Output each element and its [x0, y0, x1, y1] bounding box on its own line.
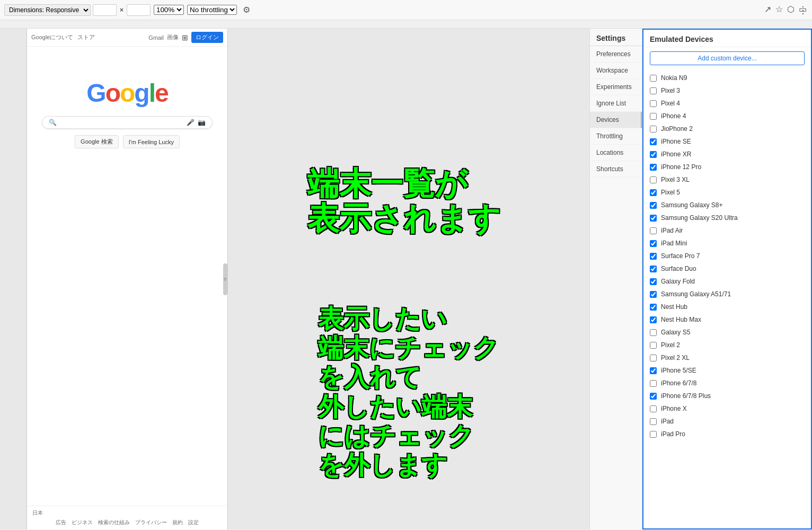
device-label[interactable]: Samsung Galaxy A51/71 — [661, 290, 731, 298]
device-checkbox[interactable] — [650, 431, 657, 438]
device-label[interactable]: Pixel 5 — [661, 189, 680, 196]
device-label[interactable]: iPhone 6/7/8 — [661, 379, 696, 387]
device-label[interactable]: Pixel 3 — [661, 87, 680, 94]
device-checkbox[interactable] — [650, 87, 657, 94]
footer-settings[interactable]: 設定 — [188, 519, 199, 526]
device-label[interactable]: Pixel 2 — [661, 341, 680, 349]
voice-icon[interactable]: 🎤 — [187, 119, 195, 126]
device-checkbox[interactable] — [650, 100, 657, 107]
device-checkbox[interactable] — [650, 316, 657, 323]
device-label[interactable]: Pixel 4 — [661, 100, 680, 107]
device-label[interactable]: iPhone X — [661, 405, 687, 412]
settings-experiments[interactable]: Experiments — [590, 79, 642, 95]
device-checkbox[interactable] — [650, 227, 657, 234]
dimensions-select[interactable]: Dimensions: Responsive — [4, 4, 91, 16]
footer-search[interactable]: 検索の仕組み — [98, 519, 130, 526]
footer-ads[interactable]: 広告 — [56, 519, 66, 526]
device-label[interactable]: Galaxy Fold — [661, 278, 695, 285]
device-checkbox[interactable] — [650, 266, 657, 272]
device-label[interactable]: Samsung Galaxy S8+ — [661, 201, 722, 209]
device-label[interactable]: JioPhone 2 — [661, 125, 693, 132]
footer-business[interactable]: ビジネス — [72, 519, 93, 526]
device-checkbox[interactable] — [650, 189, 657, 196]
device-checkbox[interactable] — [650, 75, 657, 82]
resize-handle[interactable]: ≡ — [223, 263, 227, 295]
device-checkbox[interactable] — [650, 355, 657, 361]
device-checkbox[interactable] — [650, 240, 657, 247]
device-checkbox[interactable] — [650, 253, 657, 260]
device-checkbox[interactable] — [650, 418, 657, 425]
google-about-link[interactable]: Googleについて — [31, 33, 73, 41]
device-label[interactable]: iPhone 4 — [661, 112, 686, 120]
width-input[interactable]: 400 — [93, 4, 117, 16]
device-label[interactable]: iPhone 6/7/8 Plus — [661, 392, 711, 400]
device-label[interactable]: Pixel 3 XL — [661, 176, 690, 183]
device-label[interactable]: Nest Hub — [661, 303, 687, 311]
device-checkbox[interactable] — [650, 342, 657, 349]
device-label[interactable]: iPad Mini — [661, 240, 687, 247]
settings-ignore-list[interactable]: Ignore List — [590, 95, 642, 112]
device-label[interactable]: Surface Pro 7 — [661, 252, 700, 260]
height-input[interactable]: 759 — [127, 4, 151, 16]
device-checkbox[interactable] — [650, 138, 657, 145]
device-checkbox[interactable] — [650, 202, 657, 209]
device-checkbox[interactable] — [650, 380, 657, 387]
device-label[interactable]: Pixel 2 XL — [661, 354, 690, 361]
browser-top-icons: ↗ ☆ ⬡ ▭ — [764, 4, 807, 14]
device-label[interactable]: Nest Hub Max — [661, 316, 701, 323]
settings-throttling[interactable]: Throttling — [590, 128, 642, 145]
device-checkbox[interactable] — [650, 113, 657, 120]
device-label[interactable]: iPad Air — [661, 227, 683, 234]
add-custom-device-button[interactable]: Add custom device... — [650, 51, 805, 65]
device-label[interactable]: Samsung Galaxy S20 Ultra — [661, 214, 738, 222]
search-icons: 🎤 📷 — [187, 119, 206, 126]
settings-locations[interactable]: Locations — [590, 145, 642, 161]
device-label[interactable]: iPad Pro — [661, 430, 685, 438]
images-link[interactable]: 画像 — [167, 33, 179, 41]
settings-devices[interactable]: Devices — [590, 112, 642, 128]
device-checkbox[interactable] — [650, 126, 657, 132]
device-label[interactable]: iPhone SE — [661, 138, 691, 145]
device-checkbox[interactable] — [650, 304, 657, 311]
device-checkbox[interactable] — [650, 329, 657, 336]
camera-icon[interactable]: 📷 — [198, 119, 206, 126]
device-label[interactable]: Surface Duo — [661, 265, 696, 272]
settings-shortcuts[interactable]: Shortcuts — [590, 161, 642, 178]
window-icon[interactable]: ▭ — [799, 4, 807, 14]
throttle-select[interactable]: No throttling — [187, 5, 237, 15]
footer-privacy[interactable]: プライバシー — [135, 519, 167, 526]
device-checkbox[interactable] — [650, 215, 657, 222]
lucky-button[interactable]: I'm Feeling Lucky — [123, 135, 180, 148]
footer-terms[interactable]: 規約 — [172, 519, 183, 526]
device-checkbox[interactable] — [650, 291, 657, 298]
star-icon[interactable]: ☆ — [775, 4, 783, 14]
settings-preferences[interactable]: Preferences — [590, 46, 642, 63]
settings-sidebar: Settings Preferences Workspace Experimen… — [589, 29, 642, 529]
google-header: Googleについて ストア Gmail 画像 ⊞ ログイン — [27, 29, 227, 47]
device-checkbox[interactable] — [650, 393, 657, 400]
device-checkbox[interactable] — [650, 405, 657, 412]
device-checkbox[interactable] — [650, 367, 657, 374]
device-checkbox[interactable] — [650, 176, 657, 183]
search-button[interactable]: Google 検索 — [75, 135, 119, 148]
device-label[interactable]: iPhone XR — [661, 151, 691, 158]
device-checkbox[interactable] — [650, 151, 657, 158]
device-checkbox[interactable] — [650, 278, 657, 285]
device-label[interactable]: iPhone 5/SE — [661, 367, 696, 374]
extensions-icon[interactable]: ⬡ — [787, 4, 795, 14]
zoom-select[interactable]: 100% — [154, 5, 184, 15]
settings-icon-btn[interactable]: ⚙ — [240, 4, 253, 16]
gmail-link[interactable]: Gmail — [148, 34, 164, 41]
device-label[interactable]: iPhone 12 Pro — [661, 163, 701, 171]
device-label[interactable]: iPad — [661, 418, 674, 425]
search-bar[interactable]: 🔍 🎤 📷 — [42, 116, 212, 129]
devices-panel-title: Emulated Devices — [643, 30, 811, 47]
device-label[interactable]: Galaxy S5 — [661, 329, 690, 336]
device-checkbox[interactable] — [650, 164, 657, 171]
share-icon[interactable]: ↗ — [764, 4, 771, 14]
device-label[interactable]: Nokia N9 — [661, 74, 687, 82]
google-store-link[interactable]: ストア — [77, 33, 95, 41]
settings-workspace[interactable]: Workspace — [590, 63, 642, 79]
login-button[interactable]: ログイン — [191, 32, 223, 43]
apps-icon[interactable]: ⊞ — [182, 33, 188, 42]
